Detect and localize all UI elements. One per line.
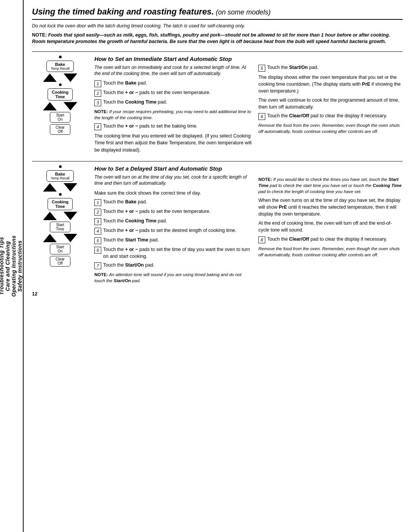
section2-body1: Make sure the clock shows the correct ti… xyxy=(94,190,253,197)
section2-intro: The oven will turn on at the time of day… xyxy=(94,174,253,187)
down-arrow-1b[interactable] xyxy=(64,102,77,110)
arrow-pair-1b xyxy=(43,102,77,110)
warning-block-1: Do not lock the oven door with the latch… xyxy=(32,23,403,30)
main-content: Using the timed baking and roasting feat… xyxy=(24,0,411,532)
step-num-2-3: 3 xyxy=(94,218,101,225)
clear-off-line2-2: Off xyxy=(53,261,67,265)
step-num-1-5: 5 xyxy=(258,65,265,72)
divider-top xyxy=(32,51,403,52)
up-arrow-1a[interactable] xyxy=(43,73,57,82)
note-block-main: NOTE: Foods that spoil easily—such as mi… xyxy=(32,32,403,45)
start-on-line1-2: Start xyxy=(53,245,67,249)
step-num-1-3: 3 xyxy=(94,99,101,106)
up-arrow-2c[interactable] xyxy=(43,234,57,242)
section1-content: How to Set an Immediate Start and Automa… xyxy=(94,56,403,156)
section2-body-right1: When the oven turns on at the time of da… xyxy=(258,197,403,217)
title-suffix: (on some models) xyxy=(214,8,271,16)
step-text-1-1: Touch the Bake pad. xyxy=(103,80,147,87)
sidebar-item-care: Care and Cleaning xyxy=(5,238,11,294)
step-2-5: 5 Touch the Start Time pad. xyxy=(94,237,253,244)
cooking-time-button-1[interactable]: Cooking Time xyxy=(48,88,73,101)
start-on-line2-1: On xyxy=(53,117,67,121)
up-arrow-2a[interactable] xyxy=(43,183,57,192)
clear-off-button-2[interactable]: Clear Off xyxy=(50,256,70,267)
temp-recall-1: Temp Recall xyxy=(51,67,70,70)
clear-off-line1-2: Clear xyxy=(53,257,67,261)
arrow-pair-2a xyxy=(43,183,77,192)
section2-content: How to Set a Delayed Start and Automatic… xyxy=(94,165,403,286)
step-2-7: 7 Touch the Start/On pad. xyxy=(94,262,253,269)
step-2-1: 1 Touch the Bake pad. xyxy=(94,199,253,206)
section2-heading: How to Set a Delayed Start and Automatic… xyxy=(94,165,403,172)
down-arrow-2b[interactable] xyxy=(64,212,77,220)
section2-right-note: NOTE: If you would like to check the tim… xyxy=(258,176,403,195)
section1-container: Bake Temp Recall Cooking Time xyxy=(32,56,403,156)
start-on-line2-2: On xyxy=(53,249,67,253)
temp-recall-2: Temp Recall xyxy=(51,176,70,180)
step-1-4: 4 Touch the + or − pads to set the bakin… xyxy=(94,123,253,130)
section1-body-right1: The display shows either the oven temper… xyxy=(258,74,403,94)
start-time-line2-2: Time xyxy=(53,227,67,231)
step-num-1-4: 4 xyxy=(94,123,101,130)
step-num-2-2: 2 xyxy=(94,209,101,216)
step-text-2-8: Touch the Clear/Off pad to clear the dis… xyxy=(267,236,387,243)
cooking-time-button-2[interactable]: Cooking Time xyxy=(48,198,73,210)
step-text-2-7: Touch the Start/On pad. xyxy=(103,262,155,269)
cooking-time-sub-2: Time xyxy=(52,204,68,209)
step-num-1-2: 2 xyxy=(94,90,101,97)
step-2-8: 8 Touch the Clear/Off pad to clear the d… xyxy=(258,236,403,243)
step-num-1-1: 1 xyxy=(94,80,101,87)
down-arrow-2c[interactable] xyxy=(64,234,77,242)
up-arrow-2b[interactable] xyxy=(43,212,57,220)
up-arrow-1b[interactable] xyxy=(43,102,57,110)
step-text-1-5: Touch the Start/On pad. xyxy=(267,64,319,71)
step-text-2-6: Touch the + or − pads to set the time of… xyxy=(103,246,253,260)
cooking-time-label-1: Cooking xyxy=(52,90,68,94)
step-text-2-4: Touch the + or − pads to set the desired… xyxy=(103,227,236,234)
step-num-2-4: 4 xyxy=(94,228,101,235)
start-time-button-2[interactable]: Start Time xyxy=(50,222,70,232)
section2-container: Bake Temp Recall Cooking Time xyxy=(32,165,403,286)
section1-note-text: If your recipe requires preheating, you … xyxy=(94,109,251,120)
section1-footer-note: Remove the food from the oven. Remember,… xyxy=(258,122,403,134)
section1-heading: How to Set an Immediate Start and Automa… xyxy=(94,56,403,62)
step-text-1-3: Touch the Cooking Time pad. xyxy=(103,99,167,106)
step-1-1: 1 Touch the Bake pad. xyxy=(94,80,253,87)
oven-diagram-1: Bake Temp Recall Cooking Time xyxy=(32,56,88,156)
step-1-2: 2 Touch the + or − pads to set the oven … xyxy=(94,89,253,97)
step-2-2: 2 Touch the + or − pads to set the oven … xyxy=(94,208,253,216)
dot-indicator-2b xyxy=(59,193,62,196)
step-text-1-4: Touch the + or − pads to set the baking … xyxy=(103,123,198,130)
arrow-pair-2c xyxy=(43,234,77,242)
sidebar-item-safety: Safety Instructions xyxy=(17,237,23,295)
sidebar: Safety Instructions Operating Instructio… xyxy=(0,0,24,532)
start-on-line1-1: Start xyxy=(53,113,67,117)
start-on-button-2[interactable]: Start On xyxy=(50,244,70,254)
bake-button-1[interactable]: Bake Temp Recall xyxy=(46,61,74,72)
dot-indicator-2 xyxy=(59,165,62,168)
dot-indicator-1b xyxy=(59,83,62,86)
divider-middle xyxy=(32,161,403,161)
step-1-3: 3 Touch the Cooking Time pad. xyxy=(94,99,253,106)
step-num-2-6: 6 xyxy=(94,247,101,254)
warning1-text: Do not lock the oven door with the latch… xyxy=(32,23,245,29)
step-1-6: 6 Touch the Clear/Off pad to clear the d… xyxy=(258,113,403,120)
note1-text: Foods that spoil easily—such as milk, eg… xyxy=(32,32,390,45)
clear-off-button-1[interactable]: Clear Off xyxy=(50,124,70,135)
arrow-pair-2b xyxy=(43,212,77,220)
section1-body-right2: The oven will continue to cook for the p… xyxy=(258,97,403,110)
start-on-button-1[interactable]: Start On xyxy=(50,112,70,123)
bake-button-2[interactable]: Bake Temp Recall xyxy=(46,170,74,182)
sidebar-item-troubleshooting: Troubleshooting Tips xyxy=(0,234,5,298)
oven-diagram-2: Bake Temp Recall Cooking Time xyxy=(32,165,88,286)
title-text: Using the timed baking and roasting feat… xyxy=(32,7,214,16)
clear-off-line1-1: Clear xyxy=(53,125,67,129)
step-text-2-3: Touch the Cooking Time pad. xyxy=(103,218,167,225)
step-text-2-1: Touch the Bake pad. xyxy=(103,199,147,206)
section2-footer-note: Remove the food from the oven. Remember,… xyxy=(258,246,403,258)
step-text-1-6: Touch the Clear/Off pad to clear the dis… xyxy=(267,113,387,120)
bake-label-2: Bake xyxy=(51,172,70,176)
cooking-time-label-2: Cooking xyxy=(52,200,68,204)
down-arrow-1a[interactable] xyxy=(64,73,77,82)
down-arrow-2a[interactable] xyxy=(64,183,77,192)
